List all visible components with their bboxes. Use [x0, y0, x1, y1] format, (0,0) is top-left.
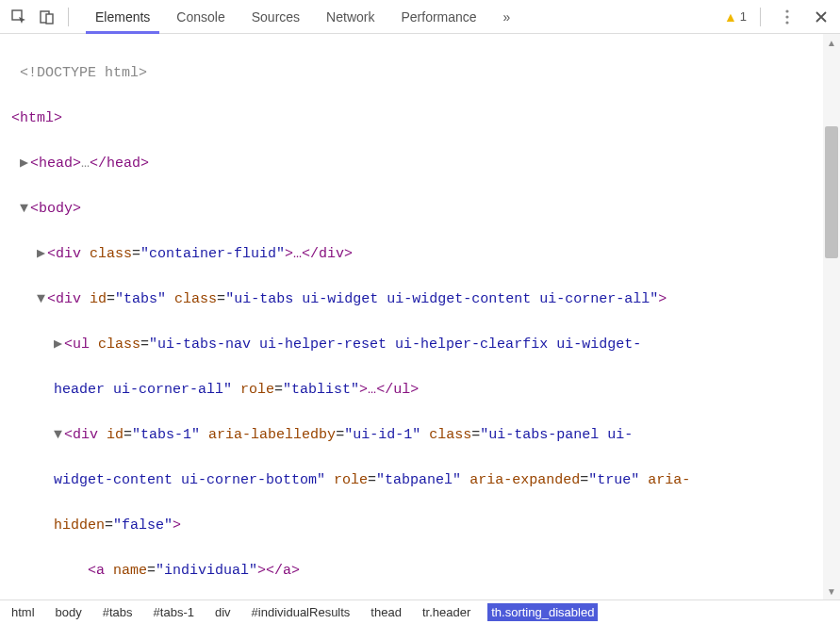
scrollbar[interactable]: ▲ ▼: [823, 34, 840, 599]
breadcrumb-item[interactable]: #individualResults: [248, 603, 354, 621]
dom-node: ▼<div id="tabs-1" aria-labelledby="ui-id…: [11, 424, 840, 447]
breadcrumb-item[interactable]: #tabs: [99, 603, 137, 621]
svg-rect-2: [46, 14, 53, 24]
elements-panel: <!DOCTYPE html> <html> ▶<head>…</head> ▼…: [0, 34, 840, 599]
tab-performance[interactable]: Performance: [387, 0, 489, 33]
tab-elements[interactable]: Elements: [82, 0, 163, 33]
dom-node: <a name="individual"></a>: [11, 560, 840, 583]
dom-breadcrumb: html body #tabs #tabs-1 div #individualR…: [0, 599, 840, 624]
svg-point-3: [785, 9, 788, 12]
svg-point-4: [785, 15, 788, 18]
dom-node: widget-content ui-corner-bottom" role="t…: [11, 469, 840, 492]
close-icon[interactable]: [808, 4, 834, 30]
breadcrumb-item[interactable]: tr.header: [419, 603, 474, 621]
svg-point-5: [785, 21, 788, 24]
tab-network[interactable]: Network: [313, 0, 387, 33]
separator: [760, 8, 761, 26]
scroll-track[interactable]: [823, 51, 840, 583]
dom-node: ▼<div id="tabs" class="ui-tabs ui-widget…: [11, 288, 840, 311]
breadcrumb-item-selected[interactable]: th.sorting_disabled: [487, 603, 598, 621]
inspect-icon[interactable]: [6, 4, 32, 30]
dom-node: <!DOCTYPE html>: [11, 62, 840, 85]
warning-count[interactable]: ▲ 1: [724, 9, 747, 25]
dom-node: hidden="false">: [11, 515, 840, 537]
tab-sources[interactable]: Sources: [239, 0, 313, 33]
dom-node: ▼<body>: [11, 198, 840, 221]
device-toggle-icon[interactable]: [34, 4, 60, 30]
warning-icon: ▲: [724, 9, 737, 25]
devtools-toolbar: Elements Console Sources Network Perform…: [0, 0, 840, 34]
breadcrumb-item[interactable]: thead: [367, 603, 405, 621]
kebab-menu-icon[interactable]: [774, 4, 800, 30]
scroll-down-icon[interactable]: ▼: [823, 583, 840, 599]
dom-node: ▶<head>…</head>: [11, 153, 840, 175]
panel-tabs: Elements Console Sources Network Perform…: [76, 0, 722, 33]
tab-console[interactable]: Console: [163, 0, 238, 33]
tab-more[interactable]: »: [490, 0, 524, 33]
warning-number: 1: [740, 9, 747, 24]
scroll-thumb[interactable]: [825, 126, 838, 258]
dom-node: header ui-corner-all" role="tablist">…</…: [11, 379, 840, 402]
breadcrumb-item[interactable]: body: [52, 603, 86, 621]
dom-node: ▶<div class="container-fluid">…</div>: [11, 243, 840, 266]
dom-node: ▶<ul class="ui-tabs-nav ui-helper-reset …: [11, 334, 840, 356]
breadcrumb-item[interactable]: div: [211, 603, 235, 621]
separator: [68, 8, 69, 26]
dom-tree[interactable]: <!DOCTYPE html> <html> ▶<head>…</head> ▼…: [0, 34, 840, 599]
dom-node: <html>: [11, 107, 840, 130]
breadcrumb-item[interactable]: html: [8, 603, 39, 621]
scroll-up-icon[interactable]: ▲: [823, 34, 840, 51]
toolbar-right: ▲ 1: [724, 4, 834, 30]
breadcrumb-item[interactable]: #tabs-1: [150, 603, 198, 621]
